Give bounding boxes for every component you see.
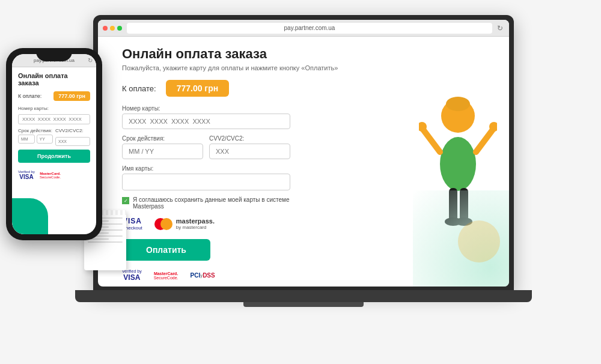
svg-point-0 — [440, 137, 476, 191]
masterpass-main-text: masterpass. — [176, 217, 215, 225]
laptop-visa-security-text: VISA — [123, 273, 140, 282]
phone-body: pay.partner.com.ua ↻ Онлайн оплата заказ… — [6, 48, 102, 240]
laptop-dss-text: DSS — [203, 272, 215, 279]
laptop-security-logos: Verified by VISA MasterCard. SecureCode.… — [122, 269, 485, 282]
laptop-cvv-col: CVV2/CVC2: — [209, 135, 290, 159]
phone-securecode-text: SecureCode. — [40, 175, 61, 179]
phone-card-number-label: Номер карты: — [18, 106, 90, 111]
laptop-expiry-cvv-row: Срок действия: CVV2/CVC2: — [122, 135, 290, 159]
phone-yy-input[interactable] — [37, 135, 53, 144]
laptop-name-input[interactable] — [122, 174, 290, 190]
masterpass-text: masterpass. by mastercard — [176, 217, 215, 230]
laptop-amount-badge: 777.00 грн — [166, 80, 230, 97]
laptop-checkbox-text: Я соглашаюсь сохранить данные моей карты… — [133, 196, 290, 210]
phone-page-title: Онлайн оплата заказа — [18, 72, 90, 86]
laptop-url-bar[interactable]: pay.partner.com.ua — [127, 23, 492, 34]
laptop-securecode-text: SecureCode. — [154, 276, 178, 280]
phone-content: Онлайн оплата заказа К оплате: 777.00 гр… — [12, 67, 96, 185]
svg-point-10 — [456, 217, 472, 226]
phone-amount-badge: 777.00 грн — [53, 91, 90, 101]
phone-card-number-input[interactable] — [18, 114, 90, 124]
laptop-mastercard-text: MasterCard. — [154, 271, 178, 276]
scene: pay.partner.com.ua ↻ Онлайн оплата заказ… — [0, 0, 601, 364]
svg-line-4 — [476, 128, 494, 152]
laptop-cvv-input[interactable] — [209, 144, 290, 159]
phone-notch — [36, 48, 72, 61]
phone-continue-button[interactable]: Продолжить — [18, 150, 90, 163]
browser-dot-red — [103, 26, 108, 31]
svg-rect-7 — [449, 188, 457, 221]
laptop-amount-label: К оплате: — [122, 84, 156, 93]
phone-refresh-icon[interactable]: ↻ — [88, 57, 93, 64]
browser-dots — [103, 26, 122, 31]
laptop-expiry-label: Срок действия: — [122, 135, 203, 142]
phone-amount-row: К оплате: 777.00 грн — [18, 91, 90, 101]
svg-rect-8 — [460, 188, 468, 221]
phone-amount-label: К оплате: — [18, 93, 41, 99]
laptop-browser-bar: pay.partner.com.ua ↻ — [98, 20, 509, 37]
laptop-save-card-checkbox[interactable]: ✓ — [122, 197, 129, 204]
browser-dot-green — [117, 26, 122, 31]
laptop-pci-dss-logo: PCI y DSS — [191, 272, 215, 279]
browser-dot-yellow — [110, 26, 115, 31]
phone-expiry-label: Срок действия: — [18, 128, 53, 133]
laptop-body: pay.partner.com.ua ↻ Онлайн оплата заказ… — [93, 15, 514, 291]
phone-cvv-label: CVV2/CVC2: — [55, 128, 90, 133]
laptop-verified-visa-logo: Verified by VISA — [122, 269, 142, 282]
laptop-base — [75, 290, 532, 302]
laptop-form: Номер карты: Срок действия: CVV2/CVC2: — [122, 105, 290, 196]
laptop-checkbox-row: ✓ Я соглашаюсь сохранить данные моей кар… — [122, 196, 290, 210]
svg-point-2 — [446, 97, 470, 111]
phone-security-logos: Verified by VISA MasterCard. SecureCode. — [18, 170, 90, 180]
laptop-payment-logos: VISA Checkout masterpass. by — [122, 217, 302, 231]
phone-cvv-input[interactable] — [55, 137, 90, 146]
phone-mastercard-secure-logo: MasterCard. SecureCode. — [40, 172, 61, 179]
laptop: pay.partner.com.ua ↻ Онлайн оплата заказ… — [93, 15, 526, 327]
svg-line-3 — [422, 128, 440, 152]
masterpass-circles-icon — [154, 218, 172, 230]
phone: pay.partner.com.ua ↻ Онлайн оплата заказ… — [6, 48, 108, 246]
laptop-mastercard-secure-logo: MasterCard. SecureCode. — [154, 271, 178, 280]
phone-expiry-col: Срок действия: — [18, 128, 53, 146]
phone-expiry-inputs — [18, 135, 53, 144]
phone-mm-input[interactable] — [18, 135, 35, 144]
laptop-screen: pay.partner.com.ua ↻ Онлайн оплата заказ… — [98, 20, 509, 287]
laptop-pay-button[interactable]: Оплатить — [122, 239, 210, 261]
laptop-expiry-input[interactable] — [122, 144, 203, 159]
phone-cvv-col: CVV2/CVC2: — [55, 128, 90, 146]
laptop-name-label: Имя карты: — [122, 165, 290, 172]
masterpass-logo: masterpass. by mastercard — [154, 217, 215, 230]
person-illustration — [419, 56, 491, 224]
laptop-card-number-input[interactable] — [122, 114, 290, 129]
laptop-refresh-icon[interactable]: ↻ — [496, 24, 504, 32]
masterpass-circle-orange — [160, 218, 172, 230]
laptop-pci-text: PCI — [191, 272, 201, 279]
laptop-expiry-col: Срок действия: — [122, 135, 203, 159]
phone-visa-text: VISA — [19, 174, 33, 180]
phone-mastercard-text: MasterCard. — [40, 172, 61, 175]
laptop-cvv-label: CVV2/CVC2: — [209, 135, 290, 142]
laptop-card-number-label: Номер карты: — [122, 105, 290, 112]
phone-green-blob — [12, 198, 48, 234]
phone-screen: pay.partner.com.ua ↻ Онлайн оплата заказ… — [12, 54, 96, 234]
laptop-url-text: pay.partner.com.ua — [284, 25, 335, 31]
phone-expiry-row: Срок действия: CVV2/CVC2: — [18, 128, 90, 146]
masterpass-sub-text: by mastercard — [176, 225, 215, 230]
laptop-screen-bezel: pay.partner.com.ua ↻ Онлайн оплата заказ… — [98, 20, 509, 287]
phone-verified-visa-logo: Verified by VISA — [18, 170, 35, 180]
